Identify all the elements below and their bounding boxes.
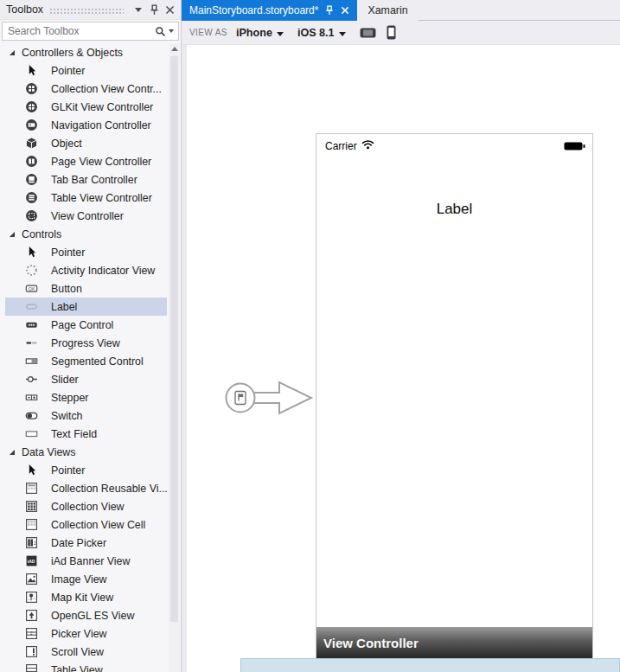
toolbox-item[interactable]: Collection View Cell xyxy=(5,515,167,534)
pin-icon[interactable] xyxy=(147,3,161,16)
map-kit-view-icon xyxy=(25,591,38,604)
scrollbar-thumb[interactable] xyxy=(170,56,178,622)
button-icon: OK xyxy=(25,282,38,295)
progress-view-icon xyxy=(25,336,38,349)
page-control-icon xyxy=(25,318,38,331)
toolbox-item-label: Collection View xyxy=(51,501,124,513)
storyboard-entry-arrow-icon[interactable] xyxy=(224,375,323,424)
toolbox-item[interactable]: Label xyxy=(5,298,167,316)
toolbox-item[interactable]: Text Field xyxy=(5,425,167,443)
magnifier-icon[interactable] xyxy=(155,26,178,37)
page-view-controller-icon xyxy=(25,155,38,168)
svg-text:2: 2 xyxy=(30,631,33,636)
toolbox-item-label: Button xyxy=(51,283,82,295)
toolbox-section-header[interactable]: Data Views xyxy=(0,443,169,461)
iad-banner-view-icon: iAD xyxy=(25,554,38,567)
view-controller-footer[interactable]: View Controller xyxy=(316,627,592,658)
toolbox-item[interactable]: Tab Bar Controller xyxy=(5,170,167,189)
pointer-icon xyxy=(25,464,38,477)
toolbox-item[interactable]: Activity Indicator View xyxy=(5,261,167,279)
section-label: Controllers & Objects xyxy=(22,47,123,59)
toolbox-section-header[interactable]: Controls xyxy=(0,225,169,243)
toolbox-item-label: Map Kit View xyxy=(51,592,113,604)
search-input[interactable] xyxy=(3,25,155,37)
expanded-triangle-icon[interactable] xyxy=(8,448,16,457)
toolbox-item[interactable]: View Controller xyxy=(5,207,167,225)
close-icon[interactable] xyxy=(163,3,176,16)
toolbox-item-label: OpenGL ES View xyxy=(51,610,134,622)
toolbox-item-label: Page View Controller xyxy=(51,156,151,168)
designer-label-control[interactable]: Label xyxy=(316,201,592,218)
toolbox-item-label: Pointer xyxy=(51,65,85,77)
toolbox-item-label: Pointer xyxy=(51,246,85,259)
toolbox-item[interactable]: Pointer xyxy=(5,61,167,80)
text-field-icon xyxy=(25,427,38,440)
toolbox-section-header[interactable]: Controllers & Objects xyxy=(0,43,169,61)
toolbox-item-label: Activity Indicator View xyxy=(51,265,155,277)
toolbox-item[interactable]: Pointer xyxy=(5,243,167,261)
toolbox-search-box xyxy=(2,22,179,41)
pointer-icon xyxy=(25,246,38,259)
toolbox-tree: Controllers & ObjectsPointerCollection V… xyxy=(0,43,169,672)
slider-icon xyxy=(25,373,38,386)
toolbox-item[interactable]: Progress View xyxy=(5,334,167,352)
glkit-view-controller-icon xyxy=(25,100,38,113)
toolbox-item[interactable]: Navigation Controller xyxy=(5,116,167,134)
toolbox-item[interactable]: Segmented Control xyxy=(5,352,167,370)
horizontal-scrollbar[interactable] xyxy=(240,658,620,672)
toolbox-item[interactable]: OKButton xyxy=(5,279,167,298)
toolbox-item[interactable]: Stepper xyxy=(5,388,167,406)
toolbox-item-label: Stepper xyxy=(51,392,88,404)
expanded-triangle-icon[interactable] xyxy=(8,48,16,57)
toolbox-item-label: Switch xyxy=(51,410,83,422)
toolbox-item[interactable]: Image View xyxy=(5,570,167,588)
toolbox-item[interactable]: GLKit View Controller xyxy=(5,98,167,116)
os-version-dropdown[interactable]: iOS 8.1 xyxy=(297,27,346,39)
date-picker-icon: 2 xyxy=(25,536,38,549)
scroll-up-arrow-icon[interactable] xyxy=(169,43,180,54)
table-view-controller-icon xyxy=(25,191,38,204)
device-dropdown[interactable]: iPhone xyxy=(236,27,284,39)
toolbox-item[interactable]: Pointer xyxy=(5,461,167,479)
toolbox-item-label: View Controller xyxy=(51,210,124,222)
landscape-phone-icon[interactable] xyxy=(360,28,376,38)
toolbox-item[interactable]: Page Control xyxy=(5,316,167,334)
expanded-triangle-icon[interactable] xyxy=(8,230,16,239)
toolbox-item[interactable]: Page View Controller xyxy=(5,152,167,170)
tab-label: Xamarin xyxy=(368,4,407,16)
designer-toolbar: VIEW AS iPhone iOS 8.1 xyxy=(182,21,620,45)
toolbox-item[interactable]: Object xyxy=(5,134,167,152)
portrait-phone-icon[interactable] xyxy=(387,25,396,40)
toolbox-item[interactable]: Slider xyxy=(5,370,167,388)
toolbox-item-label: Label xyxy=(51,301,77,313)
toolbox-item[interactable]: Collection View Contr... xyxy=(5,80,167,98)
toolbox-item[interactable]: 2Date Picker xyxy=(5,534,167,552)
toolbox-item[interactable]: Table View xyxy=(5,661,167,672)
toolbox-item-label: GLKit View Controller xyxy=(51,101,153,113)
toolbox-item[interactable]: 2Picker View xyxy=(5,624,167,643)
toolbox-titlebar[interactable]: Toolbox xyxy=(0,0,181,20)
iphone-canvas[interactable]: Carrier Label View Controller xyxy=(316,133,593,659)
toolbox-item-label: iAd Banner View xyxy=(51,555,130,567)
drag-grip-icon[interactable] xyxy=(49,8,124,15)
toolbox-scrollbar[interactable] xyxy=(169,43,180,672)
toolbox-item-label: Image View xyxy=(51,573,107,586)
toolbox-item[interactable]: iADiAd Banner View xyxy=(5,552,167,570)
view-controller-icon xyxy=(25,209,38,222)
toolbox-item[interactable]: Map Kit View xyxy=(5,588,167,606)
close-icon[interactable] xyxy=(341,6,349,15)
toolbox-item[interactable]: Switch xyxy=(5,406,167,425)
pin-icon[interactable] xyxy=(324,5,335,16)
window-position-dropdown-icon[interactable] xyxy=(131,3,145,16)
activity-indicator-view-icon xyxy=(25,264,38,277)
tab-mainstoryboard[interactable]: MainStoryboard.storyboard* xyxy=(182,0,357,21)
toolbox-item[interactable]: Collection Reusable Vi... xyxy=(5,479,167,497)
toolbox-item[interactable]: Collection View xyxy=(5,497,167,515)
toolbox-item-label: Text Field xyxy=(51,428,97,440)
toolbox-item[interactable]: Scroll View xyxy=(5,643,167,661)
wifi-icon xyxy=(361,139,374,152)
toolbox-item[interactable]: OpenGL ES View xyxy=(5,606,167,624)
toolbox-item[interactable]: Table View Controller xyxy=(5,189,167,207)
toolbox-item-label: Object xyxy=(51,138,82,150)
tab-xamarin[interactable]: Xamarin xyxy=(357,0,418,21)
